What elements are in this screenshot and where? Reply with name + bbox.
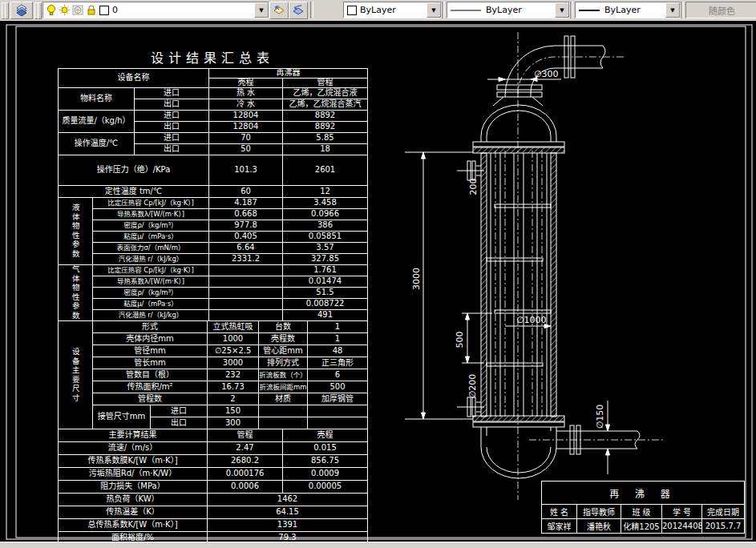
cell: 汽化潜热 r/（kJ/kg） [93, 310, 209, 321]
vertical-label: 气体物性参数 [71, 265, 79, 320]
cell [209, 310, 283, 321]
baffle [495, 310, 551, 313]
layer-thaw-sun-icon[interactable] [59, 4, 71, 16]
toolbar-grip[interactable] [38, 2, 42, 19]
cell-date: 2015.7.7 [702, 519, 745, 534]
cell-header-advisor: 指导教师 [577, 505, 621, 519]
cell: 2331.2 [209, 254, 283, 265]
cell: 12 [283, 186, 368, 198]
cell: 0.015 [283, 442, 368, 455]
cell: 0.008722 [283, 299, 368, 310]
cell-shell-side-header: 壳程 [209, 79, 283, 88]
layer-control-combo[interactable]: 0 ▼ [42, 2, 269, 18]
cad-application-window: 0 ▼ ByLayer ▼ ByLayer [0, 0, 756, 548]
reboiler-vessel-drawing [457, 32, 665, 500]
cell: 进口 [151, 405, 208, 417]
linetype-combo-dropdown-arrow[interactable]: ▼ [555, 2, 569, 18]
color-control-combo[interactable]: ByLayer ▼ [343, 2, 442, 18]
cell-header-name: 姓 名 [542, 505, 577, 519]
layer-freeze-vp-icon[interactable] [72, 4, 84, 16]
cell: 壳程 [283, 429, 368, 442]
layer-manager-button[interactable] [10, 2, 33, 19]
cell: 台数 [259, 321, 308, 333]
model-space-canvas[interactable]: ∅300 3000 500 ∅1000 200 ∅200 ∅150 设计结果汇总… [0, 21, 756, 542]
summary-section-general: 设备名称 再沸器 壳程 管程 物料名称 进口 热 水 乙烯，乙烷混合液 出口 冷… [58, 68, 368, 198]
toolbar-separator [681, 2, 684, 18]
cell: 粘度μ/（mPa·s） [93, 232, 209, 243]
cell: 总传热系数K/[W（m·K）] [59, 519, 208, 532]
cell [259, 405, 308, 417]
vertical-label: 液体物性参数 [71, 203, 79, 259]
toolbar-grip[interactable] [5, 2, 9, 19]
cell-dimensions-group: 设备主要尺寸 [59, 321, 93, 429]
cell: 150 [208, 405, 259, 417]
dim-lower-side-nozzle-label: ∅200 [467, 374, 478, 399]
cell: 70 [209, 133, 283, 144]
top-nozzle-flange [497, 92, 542, 97]
make-object-layer-current-button[interactable] [269, 2, 289, 19]
top-head-inner [487, 111, 551, 142]
cell: 3000 [208, 357, 259, 369]
title-block: 再 沸 器 姓 名 指导教师 班 级 学 号 完成日期 邹家祥 潘艳秋 化精12… [541, 481, 745, 534]
bottom-body-flange [473, 422, 564, 427]
cell: 加厚钢管 [308, 393, 368, 405]
cell: 热负荷（KW） [59, 494, 208, 506]
dim-arrow [466, 313, 470, 320]
tube-centerlines [495, 151, 542, 419]
lineweight-combo-dropdown-arrow[interactable]: ▼ [665, 2, 680, 18]
cell: 传热系数膜K/[W（m·K）] [59, 455, 208, 468]
cell-liquid-group: 液体物性参数 [59, 198, 93, 265]
cell-results-header: 主要计算结果 [59, 429, 208, 442]
cell: 出口 [135, 144, 209, 155]
dim-top-nozzle-label: ∅300 [534, 69, 559, 79]
top-nozzle-flange [497, 85, 542, 90]
plot-style-control-combo: 随颜色 [685, 2, 756, 18]
linetype-value: ByLayer [486, 5, 522, 15]
cell: 48 [308, 345, 368, 357]
dim-arrow [466, 357, 470, 363]
cell-pressure-label: 操作压力（绝）/KPa [59, 155, 209, 186]
lineweight-value: ByLayer [604, 5, 641, 15]
cell-advisor: 潘艳秋 [577, 519, 621, 534]
cell: 2 [208, 393, 259, 405]
cell: 管程 [208, 429, 283, 442]
cell: 管心距mm [259, 345, 308, 357]
toolbar-separator [310, 2, 313, 18]
cell: 16.73 [208, 381, 259, 393]
dim-upper-side-nozzle-label: 200 [468, 179, 479, 195]
cell-massflow-label: 质量流量/（kg/h） [59, 111, 135, 133]
cell: 传热温差（K） [59, 506, 208, 519]
layer-on-bulb-icon[interactable] [46, 4, 57, 16]
cell: 1 [308, 333, 368, 345]
layer-combo-dropdown-arrow[interactable]: ▼ [254, 2, 269, 18]
layer-lock-icon[interactable] [86, 4, 97, 16]
cell-student-id: 201244081 [662, 519, 702, 534]
cell: 管长mm [93, 357, 208, 369]
cell: 8892 [283, 122, 368, 133]
dim-baffle-spacing-label: 500 [455, 332, 465, 349]
cell: 形式 [93, 321, 208, 333]
cell: 2601 [283, 155, 368, 186]
current-color-swatch [347, 6, 357, 15]
summary-section-liquid-properties: 液体物性参数 比定压热容 Cp/[kJ/（kg·K）] 4.187 3.458 … [58, 197, 368, 265]
dimensions [405, 78, 610, 475]
cell: 1000 [208, 333, 259, 345]
cell [209, 299, 283, 310]
linetype-control-combo[interactable]: ByLayer ▼ [447, 2, 570, 18]
cell: 折流板间距mm [259, 381, 308, 393]
shell-wall-right [551, 153, 556, 417]
lineweight-control-combo[interactable]: ByLayer ▼ [575, 2, 681, 18]
cell-header-student-id: 学 号 [662, 505, 702, 519]
baffle [495, 204, 551, 208]
cell: 232 [208, 369, 259, 381]
color-combo-dropdown-arrow[interactable]: ▼ [427, 2, 441, 18]
cell [259, 417, 308, 429]
cell: 出口 [151, 417, 208, 429]
cell [308, 405, 368, 417]
top-tubesheet [473, 147, 564, 153]
layer-previous-button[interactable] [289, 2, 308, 19]
dim-arrow [606, 425, 610, 431]
cell: 密度ρ/（kg/m³） [93, 220, 209, 232]
cell-nozzle-size-label: 接管尺寸mm [93, 405, 151, 429]
cell [209, 276, 283, 288]
